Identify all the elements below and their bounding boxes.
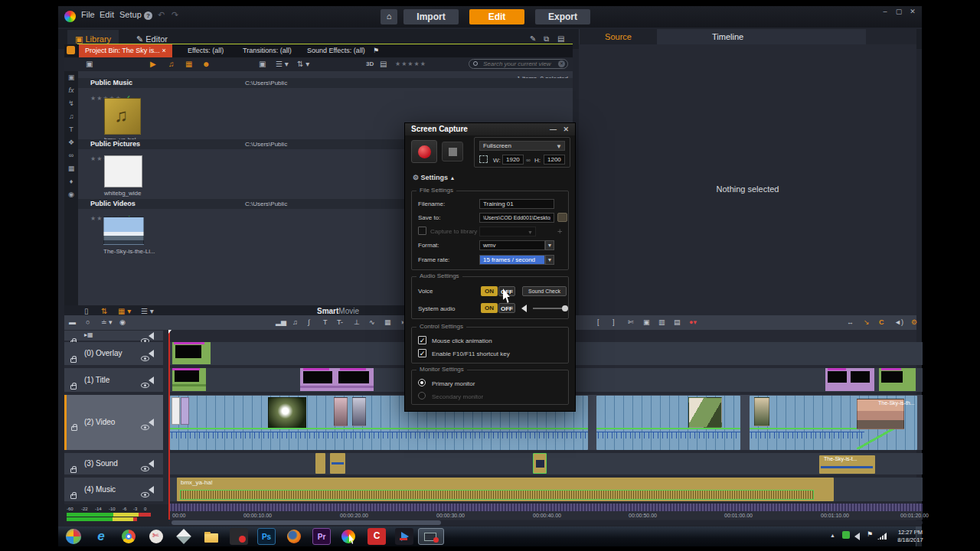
picture-asset-label[interactable]: whitebg_wide: [104, 190, 141, 197]
snapshot-icon[interactable]: ▣: [643, 315, 650, 329]
trim-out-icon[interactable]: ]: [612, 315, 615, 329]
primary-monitor-radio[interactable]: [418, 379, 426, 386]
capture-mode-select[interactable]: Fullscreen▼: [479, 141, 565, 151]
tray-network-icon[interactable]: [877, 533, 887, 540]
speaker-icon[interactable]: [149, 377, 154, 384]
sound-check-button[interactable]: Sound Check: [522, 286, 567, 296]
voice-on-toggle[interactable]: ON: [481, 286, 498, 296]
tab-timeline[interactable]: Timeline: [657, 29, 866, 44]
tray-clock[interactable]: 12:27 PM 8/18/2017: [893, 529, 928, 544]
tray-action-center-icon[interactable]: ⚑: [867, 530, 873, 538]
smooth-curve-icon[interactable]: ∫: [308, 315, 309, 329]
capture-tool-icon[interactable]: C: [879, 315, 884, 329]
library-view-icon[interactable]: ▤: [557, 34, 564, 44]
nav-transitions-icon[interactable]: ↯: [64, 97, 78, 110]
region-select-icon[interactable]: [479, 155, 488, 163]
help-icon[interactable]: ?: [144, 11, 152, 20]
title-clip[interactable]: [825, 368, 874, 391]
menu-setup[interactable]: Setup: [115, 8, 146, 21]
3d-filter-icon[interactable]: 3D: [366, 59, 374, 70]
volume-slider[interactable]: [533, 308, 567, 309]
dialog-close-button[interactable]: ✕: [563, 123, 569, 135]
search-input[interactable]: [482, 60, 555, 68]
lock-icon[interactable]: [70, 358, 77, 363]
stop-button[interactable]: [442, 142, 463, 161]
video-asset-thumbnail[interactable]: [103, 217, 144, 245]
sound-clip-selected[interactable]: [533, 453, 547, 474]
playhead-marker[interactable]: [168, 330, 172, 334]
bin-tab-effects[interactable]: Effects: (all): [181, 44, 230, 57]
lock-icon[interactable]: [71, 426, 77, 431]
music-asset-thumbnail[interactable]: ♫: [104, 98, 141, 135]
trash-icon[interactable]: ▥: [658, 315, 665, 329]
section-header-public-music[interactable]: Public MusicC:\Users\Public: [78, 78, 573, 88]
tab-source[interactable]: Source: [580, 29, 657, 44]
browse-folder-button[interactable]: [557, 213, 567, 222]
lock-icon[interactable]: [70, 385, 77, 390]
picture-asset-thumbnail[interactable]: [104, 155, 142, 187]
edit-mode-button[interactable]: Edit: [469, 9, 524, 24]
window-minimize-button[interactable]: –: [879, 8, 891, 15]
insert-tool-icon[interactable]: ⊥: [354, 315, 360, 329]
title-clip[interactable]: [172, 368, 206, 391]
track-header-music[interactable]: (4) Music: [64, 478, 163, 501]
screen-capture-taskbar-button[interactable]: [418, 528, 444, 545]
group-folder-icon[interactable]: ▣: [259, 59, 266, 70]
internet-explorer-icon[interactable]: e: [92, 528, 110, 545]
speaker-icon[interactable]: [149, 419, 154, 426]
sound-clip[interactable]: [330, 453, 345, 474]
dialog-titlebar[interactable]: Screen Capture — ✕: [405, 123, 575, 135]
filename-field[interactable]: [479, 199, 554, 209]
video-clip[interactable]: The-Sky-is-th...: [750, 396, 917, 450]
photoshop-icon[interactable]: Ps: [257, 528, 276, 545]
frame-rate-select[interactable]: 15 frames / second: [479, 255, 545, 265]
tray-volume-icon[interactable]: [854, 533, 860, 540]
fit-timeline-icon[interactable]: ↔: [847, 315, 854, 329]
razor-icon[interactable]: ✄: [628, 315, 634, 329]
contrast-icon[interactable]: ◑: [400, 315, 403, 329]
speaker-icon[interactable]: [149, 332, 154, 340]
filter-video-icon[interactable]: ▶: [150, 59, 156, 70]
import-button[interactable]: Import: [403, 9, 459, 24]
title-tool-icon[interactable]: T: [323, 315, 328, 329]
new-collection-icon[interactable]: ▣: [86, 59, 93, 70]
subtitle-tool-icon[interactable]: T-: [337, 315, 343, 329]
scrollbar-thumb[interactable]: [172, 520, 441, 525]
search-clear-icon[interactable]: ✕: [558, 60, 565, 67]
settings-wrench-icon[interactable]: ⚙: [911, 315, 917, 329]
send-to-timeline-icon[interactable]: ↘: [864, 315, 870, 329]
system-audio-on-toggle[interactable]: ON: [481, 303, 498, 313]
window-close-button[interactable]: ✕: [906, 8, 919, 15]
group-list-icon[interactable]: ☰ ▾: [276, 59, 289, 70]
multicam-icon[interactable]: ▦: [384, 315, 391, 329]
file-explorer-icon[interactable]: [202, 528, 220, 545]
record-button[interactable]: [411, 140, 437, 163]
tray-expand-icon[interactable]: ▲: [830, 533, 835, 538]
all-tracks-header[interactable]: ▸▦: [64, 331, 163, 341]
bin-tab-sound-effects[interactable]: Sound Effects: (all): [301, 44, 371, 57]
undo-icon[interactable]: ↶: [158, 10, 165, 20]
title-clip[interactable]: [879, 368, 916, 391]
home-button[interactable]: ⌂: [381, 9, 397, 24]
title-clip[interactable]: [300, 368, 374, 391]
music-clip[interactable]: bmx_ya-ha!: [177, 478, 834, 501]
nav-grid-icon[interactable]: ▦: [64, 162, 78, 175]
filter-photo-icon[interactable]: ▦: [185, 59, 192, 70]
audio-monitor-icon[interactable]: ◄): [894, 315, 903, 329]
video-clip[interactable]: [596, 396, 740, 450]
project-bin-icon[interactable]: [67, 46, 75, 54]
bin-flag-icon[interactable]: ⚑: [367, 44, 385, 57]
track-size-icon[interactable]: ≐ ▾: [101, 315, 113, 329]
volume-slider-knob[interactable]: [562, 305, 568, 311]
library-copy-icon[interactable]: ⧉: [544, 34, 549, 44]
width-field[interactable]: [502, 155, 524, 165]
show-desktop-button[interactable]: [916, 527, 922, 546]
frame-rate-select-arrow[interactable]: ▼: [545, 255, 554, 265]
format-select[interactable]: wmv: [479, 240, 545, 250]
timeline-scrollbar[interactable]: [169, 520, 923, 525]
keyframe-line[interactable]: [170, 428, 588, 429]
lock-icon[interactable]: [70, 468, 77, 473]
sound-clip[interactable]: [315, 453, 325, 474]
track-header-title[interactable]: (1) Title: [64, 368, 163, 392]
audio-scrub-icon[interactable]: ♫: [292, 315, 298, 329]
